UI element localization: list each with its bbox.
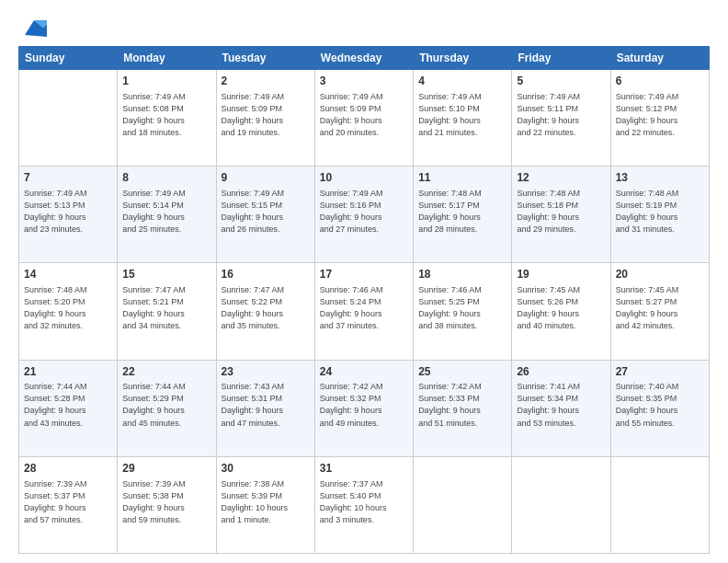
calendar-cell: 18Sunrise: 7:46 AM Sunset: 5:25 PM Dayli… xyxy=(414,263,512,360)
day-number: 6 xyxy=(616,74,704,89)
day-number: 10 xyxy=(320,170,408,186)
day-info: Sunrise: 7:48 AM Sunset: 5:18 PM Dayligh… xyxy=(517,188,605,236)
calendar-cell xyxy=(512,456,610,553)
day-info: Sunrise: 7:49 AM Sunset: 5:12 PM Dayligh… xyxy=(616,91,704,139)
calendar-cell: 19Sunrise: 7:45 AM Sunset: 5:26 PM Dayli… xyxy=(512,263,610,360)
day-info: Sunrise: 7:39 AM Sunset: 5:37 PM Dayligh… xyxy=(24,478,112,526)
calendar-cell: 12Sunrise: 7:48 AM Sunset: 5:18 PM Dayli… xyxy=(512,167,610,263)
day-info: Sunrise: 7:47 AM Sunset: 5:21 PM Dayligh… xyxy=(122,284,210,332)
week-row-1: 1Sunrise: 7:49 AM Sunset: 5:08 PM Daylig… xyxy=(19,70,710,167)
week-row-2: 7Sunrise: 7:49 AM Sunset: 5:13 PM Daylig… xyxy=(19,167,710,263)
calendar-cell: 31Sunrise: 7:37 AM Sunset: 5:40 PM Dayli… xyxy=(314,456,413,553)
day-info: Sunrise: 7:45 AM Sunset: 5:26 PM Dayligh… xyxy=(517,284,605,332)
day-number: 3 xyxy=(320,74,408,89)
header-tuesday: Tuesday xyxy=(216,47,314,70)
header-friday: Friday xyxy=(512,47,610,70)
day-info: Sunrise: 7:49 AM Sunset: 5:09 PM Dayligh… xyxy=(222,91,310,139)
calendar-cell: 23Sunrise: 7:43 AM Sunset: 5:31 PM Dayli… xyxy=(216,360,314,456)
day-info: Sunrise: 7:48 AM Sunset: 5:19 PM Dayligh… xyxy=(616,188,704,236)
calendar-cell: 29Sunrise: 7:39 AM Sunset: 5:38 PM Dayli… xyxy=(118,456,216,553)
day-number: 4 xyxy=(418,74,506,89)
calendar: SundayMondayTuesdayWednesdayThursdayFrid… xyxy=(18,46,710,554)
day-number: 29 xyxy=(122,461,210,477)
day-number: 12 xyxy=(517,170,605,186)
calendar-cell: 5Sunrise: 7:49 AM Sunset: 5:11 PM Daylig… xyxy=(512,70,610,167)
day-info: Sunrise: 7:37 AM Sunset: 5:40 PM Dayligh… xyxy=(320,478,408,526)
day-number: 15 xyxy=(122,267,210,282)
header-saturday: Saturday xyxy=(610,47,709,70)
day-info: Sunrise: 7:49 AM Sunset: 5:10 PM Dayligh… xyxy=(418,91,506,139)
calendar-cell: 28Sunrise: 7:39 AM Sunset: 5:37 PM Dayli… xyxy=(19,456,118,553)
calendar-cell: 22Sunrise: 7:44 AM Sunset: 5:29 PM Dayli… xyxy=(118,360,216,456)
calendar-cell xyxy=(414,456,512,553)
day-number: 31 xyxy=(320,461,408,477)
day-number: 24 xyxy=(320,364,408,380)
calendar-cell: 7Sunrise: 7:49 AM Sunset: 5:13 PM Daylig… xyxy=(19,167,118,263)
calendar-cell: 4Sunrise: 7:49 AM Sunset: 5:10 PM Daylig… xyxy=(414,70,512,167)
calendar-body: 1Sunrise: 7:49 AM Sunset: 5:08 PM Daylig… xyxy=(19,70,710,554)
logo xyxy=(18,17,47,37)
day-info: Sunrise: 7:49 AM Sunset: 5:09 PM Dayligh… xyxy=(320,91,408,139)
day-number: 27 xyxy=(616,364,704,380)
day-info: Sunrise: 7:40 AM Sunset: 5:35 PM Dayligh… xyxy=(616,381,704,429)
day-number: 13 xyxy=(616,170,704,186)
day-info: Sunrise: 7:49 AM Sunset: 5:11 PM Dayligh… xyxy=(517,91,605,139)
day-number: 14 xyxy=(24,267,112,282)
day-number: 19 xyxy=(517,267,605,282)
day-info: Sunrise: 7:49 AM Sunset: 5:16 PM Dayligh… xyxy=(320,188,408,236)
calendar-cell xyxy=(610,456,709,553)
day-info: Sunrise: 7:48 AM Sunset: 5:20 PM Dayligh… xyxy=(24,284,112,332)
calendar-cell: 30Sunrise: 7:38 AM Sunset: 5:39 PM Dayli… xyxy=(216,456,314,553)
day-info: Sunrise: 7:46 AM Sunset: 5:24 PM Dayligh… xyxy=(320,284,408,332)
day-number: 23 xyxy=(222,364,310,380)
day-number: 8 xyxy=(122,170,210,186)
day-info: Sunrise: 7:41 AM Sunset: 5:34 PM Dayligh… xyxy=(517,381,605,429)
calendar-cell: 3Sunrise: 7:49 AM Sunset: 5:09 PM Daylig… xyxy=(314,70,413,167)
day-info: Sunrise: 7:49 AM Sunset: 5:15 PM Dayligh… xyxy=(222,188,310,236)
calendar-cell: 13Sunrise: 7:48 AM Sunset: 5:19 PM Dayli… xyxy=(610,167,709,263)
day-info: Sunrise: 7:45 AM Sunset: 5:27 PM Dayligh… xyxy=(616,284,704,332)
day-number: 5 xyxy=(517,74,605,89)
day-info: Sunrise: 7:39 AM Sunset: 5:38 PM Dayligh… xyxy=(122,478,210,526)
calendar-cell: 2Sunrise: 7:49 AM Sunset: 5:09 PM Daylig… xyxy=(216,70,314,167)
day-info: Sunrise: 7:44 AM Sunset: 5:28 PM Dayligh… xyxy=(24,381,112,429)
day-number: 25 xyxy=(418,364,506,380)
calendar-cell: 17Sunrise: 7:46 AM Sunset: 5:24 PM Dayli… xyxy=(314,263,413,360)
day-info: Sunrise: 7:49 AM Sunset: 5:13 PM Dayligh… xyxy=(24,188,112,236)
day-number: 18 xyxy=(418,267,506,282)
day-info: Sunrise: 7:48 AM Sunset: 5:17 PM Dayligh… xyxy=(418,188,506,236)
calendar-cell: 20Sunrise: 7:45 AM Sunset: 5:27 PM Dayli… xyxy=(610,263,709,360)
day-number: 9 xyxy=(222,170,310,186)
calendar-cell: 11Sunrise: 7:48 AM Sunset: 5:17 PM Dayli… xyxy=(414,167,512,263)
day-number: 26 xyxy=(517,364,605,380)
header-wednesday: Wednesday xyxy=(314,47,413,70)
day-number: 1 xyxy=(122,74,210,89)
calendar-cell: 25Sunrise: 7:42 AM Sunset: 5:33 PM Dayli… xyxy=(414,360,512,456)
week-row-4: 21Sunrise: 7:44 AM Sunset: 5:28 PM Dayli… xyxy=(19,360,710,456)
day-number: 11 xyxy=(418,170,506,186)
header xyxy=(18,17,710,37)
calendar-cell: 24Sunrise: 7:42 AM Sunset: 5:32 PM Dayli… xyxy=(314,360,413,456)
calendar-header: SundayMondayTuesdayWednesdayThursdayFrid… xyxy=(19,47,710,70)
calendar-cell: 15Sunrise: 7:47 AM Sunset: 5:21 PM Dayli… xyxy=(118,263,216,360)
calendar-cell: 6Sunrise: 7:49 AM Sunset: 5:12 PM Daylig… xyxy=(610,70,709,167)
day-info: Sunrise: 7:49 AM Sunset: 5:08 PM Dayligh… xyxy=(122,91,210,139)
calendar-cell: 16Sunrise: 7:47 AM Sunset: 5:22 PM Dayli… xyxy=(216,263,314,360)
header-row: SundayMondayTuesdayWednesdayThursdayFrid… xyxy=(19,47,710,70)
day-number: 16 xyxy=(222,267,310,282)
day-number: 30 xyxy=(222,461,310,477)
day-number: 22 xyxy=(122,364,210,380)
day-info: Sunrise: 7:38 AM Sunset: 5:39 PM Dayligh… xyxy=(222,478,310,526)
day-info: Sunrise: 7:49 AM Sunset: 5:14 PM Dayligh… xyxy=(122,188,210,236)
day-info: Sunrise: 7:47 AM Sunset: 5:22 PM Dayligh… xyxy=(222,284,310,332)
calendar-cell: 8Sunrise: 7:49 AM Sunset: 5:14 PM Daylig… xyxy=(118,167,216,263)
calendar-cell: 27Sunrise: 7:40 AM Sunset: 5:35 PM Dayli… xyxy=(610,360,709,456)
header-thursday: Thursday xyxy=(414,47,512,70)
day-info: Sunrise: 7:46 AM Sunset: 5:25 PM Dayligh… xyxy=(418,284,506,332)
day-number: 7 xyxy=(24,170,112,186)
logo-icon xyxy=(21,17,47,37)
day-number: 2 xyxy=(222,74,310,89)
day-number: 17 xyxy=(320,267,408,282)
calendar-cell: 1Sunrise: 7:49 AM Sunset: 5:08 PM Daylig… xyxy=(118,70,216,167)
week-row-5: 28Sunrise: 7:39 AM Sunset: 5:37 PM Dayli… xyxy=(19,456,710,553)
